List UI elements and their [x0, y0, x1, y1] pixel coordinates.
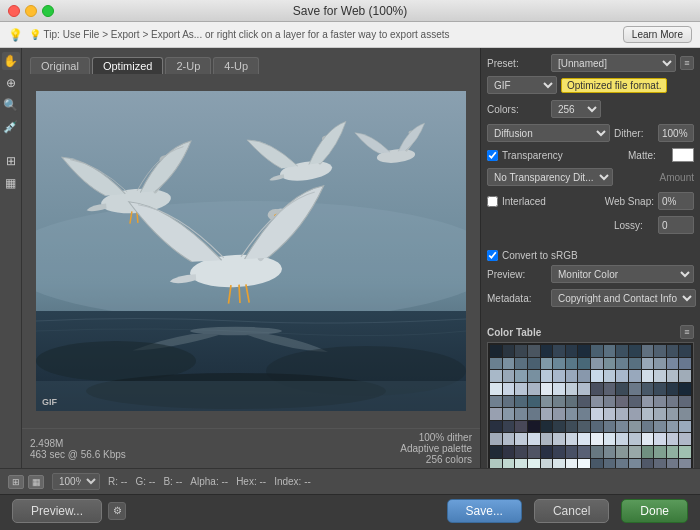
metadata-select[interactable]: Copyright and Contact Info	[551, 289, 696, 307]
color-cell[interactable]	[604, 433, 616, 445]
color-cell[interactable]	[541, 383, 553, 395]
color-cell[interactable]	[528, 345, 540, 357]
select-tool[interactable]: ⊕	[2, 74, 20, 92]
color-cell[interactable]	[566, 421, 578, 433]
color-cell[interactable]	[528, 383, 540, 395]
color-cell[interactable]	[616, 459, 628, 468]
color-cell[interactable]	[591, 421, 603, 433]
color-cell[interactable]	[566, 433, 578, 445]
color-cell[interactable]	[553, 383, 565, 395]
color-cell[interactable]	[591, 459, 603, 468]
color-cell[interactable]	[528, 446, 540, 458]
save-button[interactable]: Save...	[447, 499, 522, 523]
color-cell[interactable]	[503, 421, 515, 433]
color-cell[interactable]	[566, 370, 578, 382]
color-cell[interactable]	[679, 408, 691, 420]
color-cell[interactable]	[667, 446, 679, 458]
preview-select[interactable]: Monitor Color	[551, 265, 694, 283]
color-cell[interactable]	[642, 345, 654, 357]
color-cell[interactable]	[541, 459, 553, 468]
color-cell[interactable]	[629, 345, 641, 357]
color-cell[interactable]	[528, 459, 540, 468]
learn-more-button[interactable]: Learn More	[623, 26, 692, 43]
color-cell[interactable]	[528, 408, 540, 420]
color-cell[interactable]	[604, 345, 616, 357]
color-cell[interactable]	[490, 421, 502, 433]
zoom-select[interactable]: 100%	[52, 473, 100, 490]
color-cell[interactable]	[667, 358, 679, 370]
color-cell[interactable]	[679, 383, 691, 395]
color-cell[interactable]	[490, 345, 502, 357]
color-table-menu[interactable]: ≡	[680, 325, 694, 339]
convert-srgb-checkbox[interactable]	[487, 250, 498, 261]
color-cell[interactable]	[515, 446, 527, 458]
color-cell[interactable]	[541, 421, 553, 433]
color-cell[interactable]	[591, 370, 603, 382]
color-cell[interactable]	[578, 408, 590, 420]
color-cell[interactable]	[503, 433, 515, 445]
color-cell[interactable]	[541, 396, 553, 408]
lossy-input[interactable]	[658, 216, 694, 234]
color-cell[interactable]	[541, 446, 553, 458]
color-cell[interactable]	[553, 396, 565, 408]
color-cell[interactable]	[578, 358, 590, 370]
color-cell[interactable]	[541, 408, 553, 420]
color-cell[interactable]	[566, 446, 578, 458]
color-cell[interactable]	[528, 370, 540, 382]
tab-2up[interactable]: 2-Up	[165, 57, 211, 74]
color-cell[interactable]	[553, 433, 565, 445]
color-cell[interactable]	[679, 433, 691, 445]
color-cell[interactable]	[679, 358, 691, 370]
color-cell[interactable]	[528, 421, 540, 433]
color-cell[interactable]	[667, 345, 679, 357]
color-cell[interactable]	[490, 383, 502, 395]
color-cell[interactable]	[566, 459, 578, 468]
color-cell[interactable]	[679, 421, 691, 433]
color-cell[interactable]	[490, 358, 502, 370]
color-cell[interactable]	[503, 345, 515, 357]
color-cell[interactable]	[515, 408, 527, 420]
color-cell[interactable]	[642, 459, 654, 468]
color-cell[interactable]	[578, 345, 590, 357]
no-trans-select[interactable]: No Transparency Dit...	[487, 168, 613, 186]
color-cell[interactable]	[591, 358, 603, 370]
color-cell[interactable]	[679, 396, 691, 408]
color-cell[interactable]	[629, 396, 641, 408]
color-cell[interactable]	[642, 433, 654, 445]
color-cell[interactable]	[503, 383, 515, 395]
web-snap-input[interactable]	[658, 192, 694, 210]
color-cell[interactable]	[490, 408, 502, 420]
color-cell[interactable]	[667, 433, 679, 445]
color-cell[interactable]	[591, 383, 603, 395]
color-cell[interactable]	[503, 459, 515, 468]
color-cell[interactable]	[629, 433, 641, 445]
color-cell[interactable]	[679, 446, 691, 458]
color-cell[interactable]	[604, 383, 616, 395]
minimize-button[interactable]	[25, 5, 37, 17]
color-cell[interactable]	[541, 345, 553, 357]
color-cell[interactable]	[515, 459, 527, 468]
color-cell[interactable]	[490, 433, 502, 445]
color-cell[interactable]	[515, 370, 527, 382]
color-cell[interactable]	[604, 358, 616, 370]
color-cell[interactable]	[654, 433, 666, 445]
color-cell[interactable]	[503, 370, 515, 382]
dither-algo-select[interactable]: Diffusion	[487, 124, 610, 142]
color-cell[interactable]	[642, 421, 654, 433]
zoom-tool[interactable]: 🔍	[2, 96, 20, 114]
color-cell[interactable]	[654, 396, 666, 408]
color-cell[interactable]	[654, 370, 666, 382]
close-button[interactable]	[8, 5, 20, 17]
color-cell[interactable]	[642, 396, 654, 408]
color-cell[interactable]	[629, 408, 641, 420]
color-cell[interactable]	[629, 421, 641, 433]
color-cell[interactable]	[591, 396, 603, 408]
color-cell[interactable]	[553, 345, 565, 357]
color-cell[interactable]	[616, 421, 628, 433]
color-cell[interactable]	[578, 370, 590, 382]
color-cell[interactable]	[616, 345, 628, 357]
color-cell[interactable]	[642, 408, 654, 420]
color-cell[interactable]	[629, 370, 641, 382]
color-cell[interactable]	[667, 383, 679, 395]
color-cell[interactable]	[515, 345, 527, 357]
